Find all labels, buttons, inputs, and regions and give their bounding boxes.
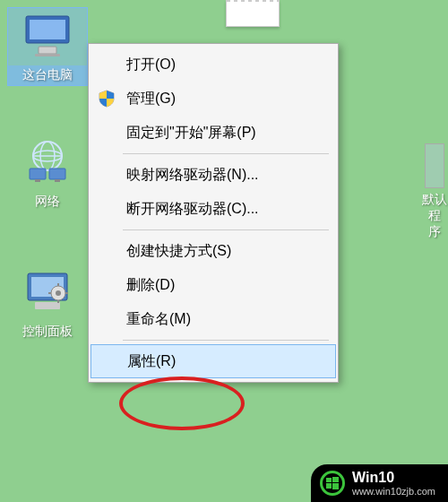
desktop-icon-control-panel[interactable]: 控制面板 [7, 264, 88, 342]
svg-point-16 [56, 290, 61, 296]
menu-separator [123, 229, 329, 230]
uac-shield-icon [98, 90, 116, 108]
default-programs-icon [425, 143, 444, 188]
svg-rect-23 [326, 483, 332, 489]
menu-item-rename[interactable]: 重命名(M) [90, 302, 336, 336]
menu-item-label: 删除(D) [126, 276, 175, 295]
menu-item-label: 映射网络驱动器(N)... [126, 166, 259, 185]
desktop-icon-label: 网络 [7, 192, 88, 212]
computer-icon [19, 8, 76, 62]
annotation-circle [119, 376, 245, 430]
desktop-icon-this-pc[interactable]: 这台电脑 [7, 7, 88, 86]
context-menu: 打开(O) 管理(G) 固定到"开始"屏幕(P) 映射网络驱动器(N)... 断… [88, 43, 339, 383]
notepad-icon-partial [226, 0, 280, 27]
svg-rect-9 [49, 169, 65, 179]
desktop-icon-default-programs-partial[interactable]: 默认程 序 [421, 143, 448, 240]
network-icon [19, 134, 76, 188]
desktop-icon-label: 这台电脑 [8, 65, 87, 85]
svg-rect-2 [39, 47, 56, 54]
desktop-icon-network[interactable]: 网络 [7, 134, 88, 212]
svg-rect-24 [332, 483, 339, 489]
menu-separator [123, 340, 329, 341]
menu-item-pin-start[interactable]: 固定到"开始"屏幕(P) [90, 116, 336, 150]
svg-rect-1 [30, 20, 65, 39]
desktop-icon-label: 控制面板 [7, 322, 88, 342]
svg-rect-22 [332, 477, 339, 482]
menu-item-label: 打开(O) [126, 56, 176, 74]
desktop-icon-label: 序 [421, 224, 448, 240]
watermark: Win10 www.win10zjb.com [311, 464, 448, 502]
watermark-title: Win10 [352, 470, 435, 486]
menu-item-delete[interactable]: 删除(D) [90, 268, 336, 302]
svg-rect-21 [326, 478, 332, 482]
desktop-icon-label: 默认程 [421, 192, 448, 224]
menu-item-label: 断开网络驱动器(C)... [126, 200, 259, 219]
menu-item-map-drive[interactable]: 映射网络驱动器(N)... [90, 158, 336, 192]
control-panel-icon [19, 264, 76, 318]
menu-item-label: 重命名(M) [126, 310, 191, 329]
menu-item-disconnect-drive[interactable]: 断开网络驱动器(C)... [90, 192, 336, 226]
watermark-url: www.win10zjb.com [352, 486, 435, 497]
menu-item-properties[interactable]: 属性(R) [90, 344, 336, 378]
menu-item-label: 创建快捷方式(S) [126, 242, 231, 261]
menu-item-label: 属性(R) [127, 352, 176, 371]
svg-rect-8 [30, 169, 46, 179]
menu-item-open[interactable]: 打开(O) [90, 48, 336, 82]
svg-rect-11 [55, 179, 60, 182]
svg-rect-3 [35, 54, 60, 56]
menu-item-label: 管理(G) [126, 90, 176, 108]
menu-item-label: 固定到"开始"屏幕(P) [126, 124, 256, 143]
menu-separator [123, 153, 329, 154]
menu-item-manage[interactable]: 管理(G) [90, 82, 336, 116]
menu-item-create-shortcut[interactable]: 创建快捷方式(S) [90, 234, 336, 268]
watermark-logo-icon [320, 471, 345, 496]
svg-rect-14 [35, 302, 60, 309]
svg-rect-10 [35, 179, 40, 182]
